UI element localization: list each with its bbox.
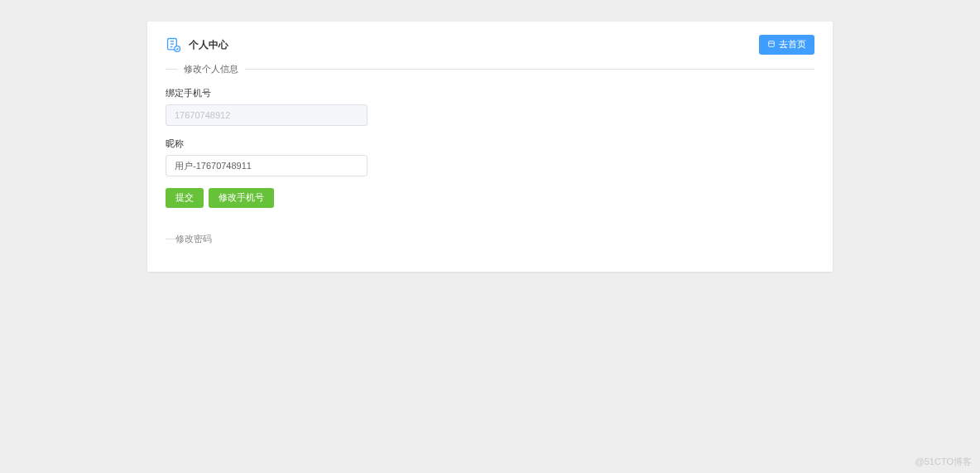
svg-rect-5 [769,41,775,47]
change-phone-button[interactable]: 修改手机号 [209,188,274,208]
card-header: 个人中心 去首页 [166,35,814,55]
go-home-button[interactable]: 去首页 [759,35,814,55]
profile-icon [166,36,182,53]
profile-card: 个人中心 去首页 修改个人信息 绑定手机号 昵称 提交 修改手机 [147,22,833,272]
nickname-label: 昵称 [166,138,814,150]
nickname-group: 昵称 [166,138,814,176]
go-home-label: 去首页 [779,39,806,51]
header-left: 个人中心 [166,36,228,53]
submit-button[interactable]: 提交 [166,188,204,208]
page-title: 个人中心 [189,38,228,52]
change-password-label: 修改密码 [175,233,212,245]
home-icon [767,40,776,50]
button-row: 提交 修改手机号 [166,188,814,208]
change-password-divider: 修改密码 [166,233,814,245]
watermark: @51CTO博客 [915,456,972,468]
phone-input [166,104,368,126]
edit-profile-divider: 修改个人信息 [166,63,814,75]
phone-group: 绑定手机号 [166,87,814,126]
phone-label: 绑定手机号 [166,87,814,99]
edit-profile-label: 修改个人信息 [184,63,238,75]
profile-form: 绑定手机号 昵称 提交 修改手机号 [166,87,814,208]
nickname-input[interactable] [166,155,368,176]
